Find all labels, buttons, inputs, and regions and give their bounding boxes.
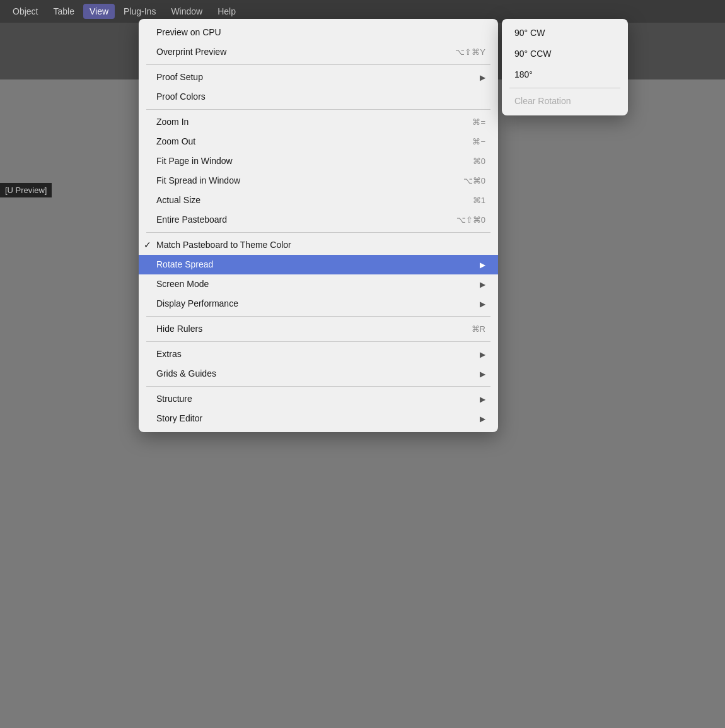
- menu-item-shortcut: ⌥⇧⌘Y: [455, 46, 485, 59]
- menu-window[interactable]: Window: [165, 4, 209, 19]
- menu-divider: [146, 386, 490, 387]
- menu-item-label: Match Pasteboard to Theme Color: [156, 238, 291, 252]
- menu-item-label: Story Editor: [156, 412, 202, 425]
- menu-item-label: Extras: [156, 348, 182, 361]
- menu-item-actual-size[interactable]: Actual Size ⌘1: [139, 191, 498, 210]
- menu-item-display-performance[interactable]: Display Performance ▶: [139, 294, 498, 314]
- menu-item-screen-mode[interactable]: Screen Mode ▶: [139, 274, 498, 294]
- menu-item-label: Rotate Spread: [156, 258, 213, 271]
- submenu-item-label: 180°: [514, 68, 533, 81]
- menu-item-label: Entire Pasteboard: [156, 213, 227, 226]
- arrow-icon: ▶: [480, 259, 485, 271]
- submenu-item-label: Clear Rotation: [514, 95, 571, 108]
- menu-item-fit-page[interactable]: Fit Page in Window ⌘0: [139, 151, 498, 171]
- menu-item-shortcut: ⌘0: [473, 155, 485, 168]
- menu-item-label: Hide Rulers: [156, 322, 202, 336]
- menu-divider: [146, 109, 490, 110]
- menu-table[interactable]: Table: [47, 4, 80, 19]
- arrow-icon: ▶: [480, 72, 485, 83]
- arrow-icon: ▶: [480, 279, 485, 290]
- menu-divider: [146, 232, 490, 233]
- arrow-icon: ▶: [480, 394, 485, 405]
- menu-item-label: Zoom In: [156, 115, 188, 129]
- menu-view[interactable]: View: [83, 4, 115, 19]
- menu-help[interactable]: Help: [211, 4, 242, 19]
- submenu-item-90cw[interactable]: 90° CW: [502, 23, 628, 44]
- menu-divider: [146, 64, 490, 65]
- menu-item-preview-cpu[interactable]: Preview on CPU: [139, 23, 498, 42]
- menu-item-label: Zoom Out: [156, 135, 195, 148]
- menu-item-label: Structure: [156, 392, 192, 406]
- submenu-item-label: 90° CW: [514, 26, 545, 40]
- menu-item-entire-pasteboard[interactable]: Entire Pasteboard ⌥⇧⌘0: [139, 210, 498, 230]
- menu-item-label: Fit Page in Window: [156, 155, 233, 168]
- menu-item-structure[interactable]: Structure ▶: [139, 389, 498, 409]
- menu-item-zoom-out[interactable]: Zoom Out ⌘−: [139, 132, 498, 151]
- menu-item-match-pasteboard[interactable]: ✓ Match Pasteboard to Theme Color: [139, 235, 498, 255]
- menu-item-grids-guides[interactable]: Grids & Guides ▶: [139, 364, 498, 384]
- submenu-item-180[interactable]: 180°: [502, 64, 628, 85]
- rotate-spread-submenu: 90° CW 90° CCW 180° Clear Rotation: [502, 19, 628, 115]
- menu-item-extras[interactable]: Extras ▶: [139, 344, 498, 364]
- menu-item-label: Proof Colors: [156, 90, 206, 103]
- menu-item-label: Screen Mode: [156, 278, 209, 291]
- submenu-item-label: 90° CCW: [514, 47, 552, 61]
- menu-item-label: Grids & Guides: [156, 367, 216, 380]
- menu-item-label: Proof Setup: [156, 71, 203, 84]
- view-dropdown-menu: Preview on CPU Overprint Preview ⌥⇧⌘Y Pr…: [139, 19, 498, 432]
- menu-item-shortcut: ⌘1: [473, 194, 485, 207]
- menu-item-shortcut: ⌘=: [472, 116, 485, 129]
- menu-item-shortcut: ⌘−: [472, 136, 485, 148]
- menu-item-label: Display Performance: [156, 297, 238, 310]
- menu-item-hide-rulers[interactable]: Hide Rulers ⌘R: [139, 319, 498, 339]
- menu-item-label: Fit Spread in Window: [156, 174, 240, 187]
- menu-item-fit-spread[interactable]: Fit Spread in Window ⌥⌘0: [139, 171, 498, 191]
- menu-item-proof-colors[interactable]: Proof Colors: [139, 87, 498, 107]
- arrow-icon: ▶: [480, 298, 485, 310]
- submenu-divider: [509, 88, 620, 88]
- menu-item-overprint-preview[interactable]: Overprint Preview ⌥⇧⌘Y: [139, 42, 498, 62]
- arrow-icon: ▶: [480, 413, 485, 425]
- menu-plugins[interactable]: Plug-Ins: [117, 4, 162, 19]
- menu-object[interactable]: Object: [6, 4, 44, 19]
- preview-label: [U Preview]: [0, 183, 52, 197]
- menu-item-proof-setup[interactable]: Proof Setup ▶: [139, 68, 498, 87]
- menu-item-zoom-in[interactable]: Zoom In ⌘=: [139, 112, 498, 132]
- menu-item-story-editor[interactable]: Story Editor ▶: [139, 409, 498, 428]
- submenu-item-90ccw[interactable]: 90° CCW: [502, 44, 628, 64]
- arrow-icon: ▶: [480, 349, 485, 360]
- menu-item-shortcut: ⌥⇧⌘0: [456, 214, 485, 226]
- menu-item-rotate-spread[interactable]: Rotate Spread ▶: [139, 255, 498, 274]
- menu-item-label: Preview on CPU: [156, 26, 221, 39]
- menu-divider: [146, 341, 490, 342]
- menu-item-label: Actual Size: [156, 194, 200, 207]
- menu-item-label: Overprint Preview: [156, 45, 226, 59]
- arrow-icon: ▶: [480, 368, 485, 380]
- menu-item-shortcut: ⌥⌘0: [463, 175, 485, 187]
- checkmark-icon: ✓: [144, 238, 151, 252]
- menu-divider: [146, 316, 490, 317]
- submenu-item-clear-rotation[interactable]: Clear Rotation: [502, 91, 628, 112]
- menu-item-shortcut: ⌘R: [472, 323, 485, 336]
